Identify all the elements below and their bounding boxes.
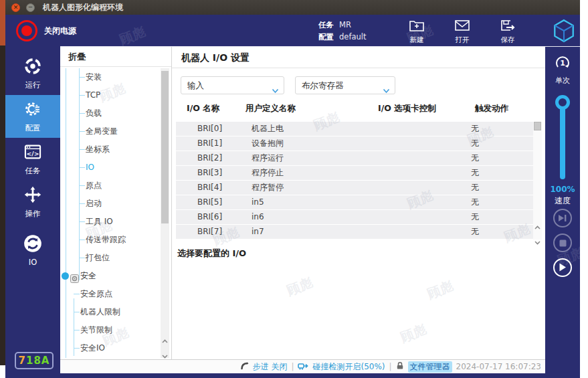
tree-item-tool-io[interactable]: 工具 IO bbox=[60, 213, 161, 231]
desktop: ✕ ─ 机器人图形化编程环境 关闭电源 任务MR 配置default bbox=[0, 0, 588, 378]
file-manager-button[interactable]: 文件管理器 bbox=[408, 361, 452, 373]
play-button[interactable] bbox=[553, 258, 572, 277]
table-row[interactable]: BRI[4]程序暂停无 bbox=[176, 181, 533, 195]
status-separator: | bbox=[389, 362, 392, 371]
task-label: 任务 bbox=[318, 20, 334, 29]
io-settings-panel: 机器人 I/O 设置 输入 布尔寄存器 I/O 名称 用户定义名称 I/O 选项… bbox=[172, 47, 545, 359]
speed-label: 速度 bbox=[545, 195, 580, 207]
collision-icon bbox=[298, 361, 308, 372]
tree-item-safety[interactable]: 安全 bbox=[60, 267, 161, 285]
table-row[interactable]: BRI[3]程序停止无 bbox=[176, 166, 533, 180]
step-forward-button[interactable] bbox=[553, 209, 572, 227]
table-row[interactable]: BRI[2]程序运行无 bbox=[176, 151, 533, 165]
open-button[interactable]: 打开 bbox=[447, 17, 478, 46]
col-trigger: 触发动作 bbox=[470, 103, 533, 119]
nav-label-task: 任务 bbox=[25, 166, 41, 176]
tree-item-origin[interactable]: 原点 bbox=[60, 177, 161, 195]
table-scrollbar[interactable] bbox=[533, 122, 542, 240]
table-row[interactable]: BRI[7]in7无 bbox=[176, 225, 533, 239]
mode-label: 单次 bbox=[545, 76, 580, 86]
brand-cube-logo bbox=[551, 18, 577, 46]
status-separator: | bbox=[291, 362, 294, 371]
config-label: 配置 bbox=[318, 32, 334, 41]
tree-scrollbar-thumb[interactable] bbox=[161, 71, 169, 223]
svg-text:</>: </> bbox=[26, 150, 39, 157]
tree-item-robot-limits[interactable]: 机器人限制 bbox=[60, 303, 161, 321]
save-button[interactable]: 保存 bbox=[492, 17, 523, 46]
nav-item-config[interactable]: 配置 bbox=[5, 95, 60, 138]
chevron-down-icon bbox=[383, 82, 390, 99]
table-row[interactable]: BRI[1]设备抱闸无 bbox=[176, 136, 533, 151]
save-icon bbox=[500, 19, 516, 35]
single-cycle-icon: 1 bbox=[553, 62, 572, 75]
scroll-up-icon[interactable] bbox=[534, 219, 541, 232]
table-header: I/O 名称 用户定义名称 I/O 选项卡控制 触发动作 bbox=[172, 103, 533, 119]
col-user-name: 用户定义名称 bbox=[246, 103, 366, 119]
app-header: 关闭电源 任务MR 配置default 新建 打开 bbox=[5, 15, 580, 47]
app-window: ✕ ─ 机器人图形化编程环境 关闭电源 任务MR 配置default bbox=[5, 0, 580, 378]
new-folder-icon bbox=[409, 19, 425, 35]
tree-item-safety-origin[interactable]: 安全原点 bbox=[60, 285, 161, 303]
task-config-info: 任务MR 配置default bbox=[318, 19, 366, 43]
tree-item-joint-limits[interactable]: 关节限制 bbox=[60, 321, 161, 339]
new-button[interactable]: 新建 bbox=[401, 17, 432, 46]
tree-item-install[interactable]: 安装 bbox=[60, 68, 161, 86]
nav-label-operate: 操作 bbox=[25, 209, 41, 219]
step-mode-icon bbox=[240, 361, 249, 372]
close-icon[interactable]: ✕ bbox=[11, 3, 20, 12]
single-run-mode-button[interactable]: 1 单次 bbox=[545, 54, 580, 86]
target-icon bbox=[23, 57, 42, 78]
table-row[interactable]: BRI[5]in5无 bbox=[176, 195, 533, 209]
tree-item-io[interactable]: IO bbox=[60, 159, 161, 177]
panel-title: 机器人 I/O 设置 bbox=[172, 47, 545, 68]
minimize-icon[interactable]: ─ bbox=[26, 3, 35, 12]
badge-left: 7 bbox=[19, 355, 26, 367]
tree-item-payload[interactable]: 负载 bbox=[60, 104, 161, 122]
stop-button[interactable] bbox=[553, 233, 572, 252]
tree-item-startup[interactable]: 启动 bbox=[60, 195, 161, 213]
tree-item-global-vars[interactable]: 全局变量 bbox=[60, 122, 161, 140]
tree-scrollbar[interactable] bbox=[161, 68, 169, 358]
nav-item-operate[interactable]: 操作 bbox=[5, 181, 60, 223]
select-io-note: 选择要配置的 I/O bbox=[177, 248, 246, 260]
nav-item-io[interactable]: IO bbox=[5, 229, 60, 272]
tree-header-collapse[interactable]: 折叠 bbox=[60, 47, 171, 67]
speed-slider-track[interactable] bbox=[560, 100, 565, 179]
bottom-strip bbox=[5, 373, 580, 378]
status-bar: 步进 关闭 | 碰撞检测开启(50%) | 文件管理器 2024-07-17 1… bbox=[60, 359, 545, 373]
register-type-value: 布尔寄存器 bbox=[302, 80, 344, 90]
tree-item-packing[interactable]: 打包位 bbox=[60, 249, 161, 267]
nav-label-io: IO bbox=[29, 258, 37, 267]
table-row[interactable]: BRI[0]机器上电无 bbox=[176, 122, 533, 136]
tree-item-coord-system[interactable]: 坐标系 bbox=[60, 140, 161, 159]
power-record-icon bbox=[21, 25, 32, 36]
open-label: 打开 bbox=[456, 35, 470, 45]
titlebar: ✕ ─ 机器人图形化编程环境 bbox=[5, 0, 580, 15]
new-label: 新建 bbox=[410, 35, 424, 45]
step-forward-icon bbox=[558, 212, 567, 225]
table-row[interactable]: BRI[6]in6无 bbox=[176, 210, 533, 224]
tree-item-safety-io[interactable]: 安全IO bbox=[60, 339, 161, 357]
table-scrollbar-thumb[interactable] bbox=[534, 122, 541, 130]
io-direction-select[interactable]: 输入 bbox=[181, 76, 284, 94]
step-mode-status[interactable]: 步进 关闭 bbox=[253, 361, 288, 373]
scroll-up-icon[interactable] bbox=[162, 333, 168, 346]
io-direction-value: 输入 bbox=[187, 80, 204, 90]
collision-detection-status[interactable]: 碰撞检测开启(50%) bbox=[312, 361, 385, 373]
tree-node-bullet bbox=[62, 272, 69, 280]
speed-slider-handle[interactable] bbox=[555, 95, 570, 110]
tree-item-tcp[interactable]: TCP bbox=[60, 86, 161, 104]
config-value: default bbox=[339, 32, 366, 41]
chevron-down-icon bbox=[272, 82, 279, 99]
tree-item-conveyor[interactable]: 传送带跟踪 bbox=[60, 231, 161, 249]
gear-icon bbox=[23, 100, 42, 121]
task-value: MR bbox=[339, 20, 351, 29]
lock-icon bbox=[396, 361, 404, 372]
datetime: 2024-07-17 16:07:23 bbox=[456, 362, 541, 371]
scroll-down-icon[interactable] bbox=[534, 235, 541, 248]
nav-item-run[interactable]: 运行 bbox=[5, 52, 60, 95]
power-button[interactable] bbox=[16, 20, 37, 41]
register-type-select[interactable]: 布尔寄存器 bbox=[295, 76, 395, 94]
nav-label-run: 运行 bbox=[25, 80, 41, 90]
nav-item-task[interactable]: </> 任务 bbox=[5, 138, 60, 181]
